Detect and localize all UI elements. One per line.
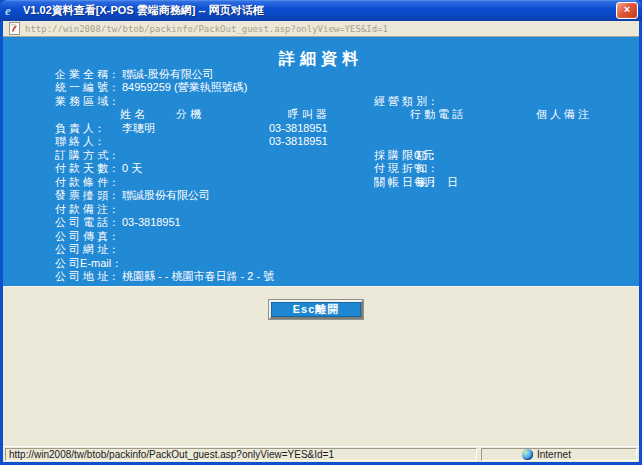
detail-panel: 詳細資料 企 業 全 稱： 聯誠-股份有限公司 統 一 編 號： 8495925… (3, 37, 639, 286)
payment-days-label: 付 款 天 數： (55, 162, 119, 175)
principal-name: 李聰明 (122, 122, 155, 135)
status-url: http://win2008/tw/btob/packinfo/PackOut_… (5, 448, 477, 461)
business-category-label: 經 營 類 別： (374, 95, 438, 108)
zone-label: Internet (537, 449, 571, 460)
address-bar: http://win2008/tw/btob/packinfo/PackOut_… (3, 21, 639, 37)
field-row-invoice-title: 發 票 擡 頭： 聯誠股份有限公司 (3, 189, 639, 202)
field-row-company-email: 公 司E-mail： (3, 257, 639, 270)
payment-days-value: 0 天 (122, 162, 142, 175)
company-address-value: 桃園縣 - - 桃園市春日路 - 2 - 號 (122, 270, 274, 283)
field-row-business-area: 業 務 區 域： 經 營 類 別： (3, 95, 639, 108)
header-mobile: 行 動 電 話 (410, 108, 463, 121)
field-row-company-phone: 公 司 電 話： 03-3818951 (3, 216, 639, 229)
close-icon: × (624, 3, 630, 15)
company-fax-label: 公 司 傳 真： (55, 230, 119, 243)
field-row-payment-terms: 付 款 條 件： 關 帳 日 期： 每月 日 (3, 176, 639, 189)
address-url: http://win2008/tw/btob/packinfo/PackOut_… (25, 24, 388, 34)
field-row-uniform-number: 統 一 編 號： 84959259 (營業執照號碼) (3, 81, 639, 94)
closing-date-value: 每月 日 (414, 176, 458, 189)
principal-label: 負 責 人： (55, 122, 105, 135)
uniform-number-value: 84959259 (營業執照號碼) (122, 81, 247, 94)
field-row-company-fax: 公 司 傳 真： (3, 230, 639, 243)
header-pager: 呼 叫 器 (288, 108, 327, 121)
company-name-value: 聯誠-股份有限公司 (122, 68, 214, 81)
field-row-principal: 負 責 人： 李聰明 03-3818951 (3, 122, 639, 135)
status-bar: http://win2008/tw/btob/packinfo/PackOut_… (3, 446, 639, 462)
field-row-payment-days: 付 款 天 數： 0 天 付 現 折 扣： % (3, 162, 639, 175)
asp-page-icon (9, 22, 20, 35)
uniform-number-label: 統 一 編 號： (55, 81, 119, 94)
invoice-title-value: 聯誠股份有限公司 (122, 189, 210, 202)
ie-logo-icon: e (5, 4, 19, 18)
window-title: V1.02資料查看[X-POS 雲端商務網] -- 网页对话框 (23, 3, 616, 18)
invoice-title-label: 發 票 擡 頭： (55, 189, 119, 202)
footer-panel: Esc離開 (3, 286, 639, 446)
esc-close-button[interactable]: Esc離開 (269, 300, 363, 319)
header-extension: 分 機 (176, 108, 201, 121)
company-web-label: 公 司 網 址： (55, 243, 119, 256)
company-email-label: 公 司E-mail： (55, 257, 122, 270)
status-zone-field: Internet (481, 448, 637, 461)
cash-discount-label: 付 現 折 扣： (374, 162, 438, 175)
title-bar[interactable]: e V1.02資料查看[X-POS 雲端商務網] -- 网页对话框 × (0, 0, 642, 21)
purchase-limit-value: 0 元 (414, 149, 434, 162)
field-row-company-web: 公 司 網 址： (3, 243, 639, 256)
company-phone-label: 公 司 電 話： (55, 216, 119, 229)
contact-person-pager: 03-3818951 (269, 135, 328, 148)
field-row-contact-person: 聯 絡 人： 03-3818951 (3, 135, 639, 148)
principal-pager: 03-3818951 (269, 122, 328, 135)
header-name: 姓 名 (120, 108, 145, 121)
field-row-order-method: 訂 購 方 式： 採 購 限 額： 0 元 (3, 149, 639, 162)
order-method-label: 訂 購 方 式： (55, 149, 119, 162)
field-row-company-address: 公 司 地 址： 桃園縣 - - 桃園市春日路 - 2 - 號 (3, 270, 639, 283)
field-row-company-name: 企 業 全 稱： 聯誠-股份有限公司 (3, 68, 639, 81)
field-row-payment-note: 付 款 備 注： (3, 203, 639, 216)
company-phone-value: 03-3818951 (122, 216, 181, 229)
contact-table-header: 姓 名 分 機 呼 叫 器 行 動 電 話 個 人 備 注 (3, 108, 639, 121)
business-area-label: 業 務 區 域： (55, 95, 119, 108)
payment-note-label: 付 款 備 注： (55, 203, 119, 216)
cash-discount-value: % (414, 162, 424, 175)
header-personal-note: 個 人 備 注 (536, 108, 589, 121)
close-button[interactable]: × (616, 2, 638, 19)
company-name-label: 企 業 全 稱： (55, 68, 119, 81)
payment-terms-label: 付 款 條 件： (55, 176, 119, 189)
contact-person-label: 聯 絡 人： (55, 135, 105, 148)
page-title: 詳細資料 (3, 49, 639, 70)
company-address-label: 公 司 地 址： (55, 270, 119, 283)
internet-globe-icon (522, 449, 533, 460)
